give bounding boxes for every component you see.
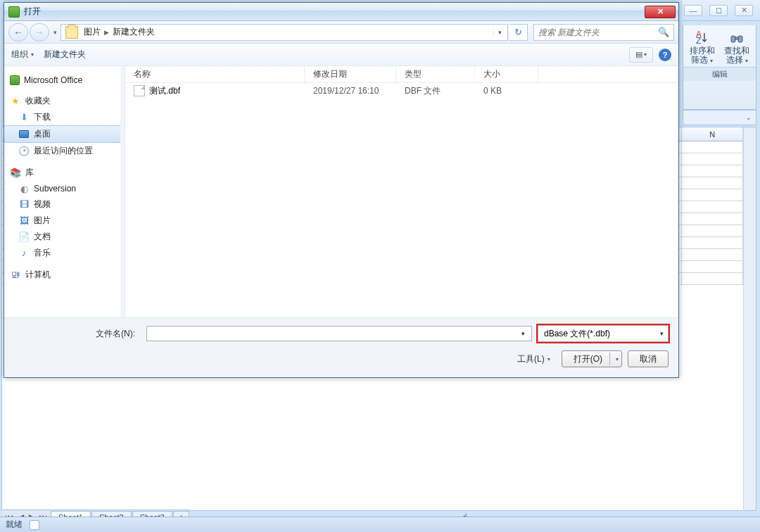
svg-rect-2 (731, 36, 735, 42)
col-type[interactable]: 类型 (396, 66, 475, 82)
address-bar[interactable]: 图片 ▶ 新建文件夹 ▾ (61, 24, 508, 41)
formula-bar-stub: ⌄ (683, 110, 756, 125)
picture-icon: 🖼 (18, 215, 30, 227)
organize-button[interactable]: 组织 ▾ (11, 49, 34, 61)
binoculars-icon (728, 30, 745, 46)
address-dropdown[interactable]: ▾ (493, 29, 506, 36)
file-list-header[interactable]: 名称 修改日期 类型 大小 (125, 66, 678, 83)
sort-label-1: 排序和 (690, 46, 715, 56)
nav-favorites[interactable]: ★收藏夹 (4, 93, 125, 109)
new-folder-button[interactable]: 新建文件夹 (44, 49, 86, 61)
find-label-2: 选择 (726, 55, 743, 65)
filename-label: 文件名(N): (14, 328, 141, 340)
nav-recent[interactable]: 🕑最近访问的位置 (4, 143, 125, 159)
dialog-close-button[interactable]: ✕ (645, 6, 676, 18)
nav-downloads[interactable]: ⬇下载 (4, 109, 125, 125)
status-text: 就绪 (6, 519, 23, 531)
music-icon: ♪ (18, 248, 30, 259)
excel-icon (8, 6, 20, 18)
sort-icon: AZ (694, 30, 711, 46)
svn-icon: ◐ (18, 183, 30, 194)
status-bar: 就绪 (0, 517, 760, 532)
download-icon: ⬇ (18, 112, 30, 123)
sort-label-2: 筛选 (691, 55, 708, 65)
open-dialog: 打开 ✕ ← → ▾ 图片 ▶ 新建文件夹 ▾ ↻ 🔍 组织 ▾ 新建文件夹 ▤… (4, 2, 679, 378)
filter-text: dBase 文件(*.dbf) (544, 328, 610, 340)
nav-music[interactable]: ♪音乐 (4, 245, 125, 261)
nav-videos[interactable]: 🎞视频 (4, 196, 125, 213)
dialog-footer: 文件名(N): ▾ dBase 文件(*.dbf) ▾ 工具(L) ▾ 打开(O… (4, 317, 678, 377)
nav-ms-office[interactable]: Microsoft Office (4, 73, 125, 87)
dialog-nav-bar: ← → ▾ 图片 ▶ 新建文件夹 ▾ ↻ 🔍 (4, 21, 678, 44)
view-mode-button[interactable]: ▤ ▾ (629, 47, 653, 63)
nav-history-dropdown[interactable]: ▾ (51, 29, 59, 36)
document-icon: 📄 (18, 232, 30, 243)
breadcrumb-2[interactable]: 新建文件夹 (110, 26, 158, 38)
dialog-toolbar: 组织 ▾ 新建文件夹 ▤ ▾ ? (4, 44, 678, 66)
find-select-button[interactable]: 查找和选择 ▾ (721, 30, 753, 65)
computer-icon: 🖳 (10, 270, 21, 281)
file-type: DBF 文件 (396, 85, 475, 97)
nav-pane: Microsoft Office ★收藏夹 ⬇下载 桌面 🕑最近访问的位置 📚库… (4, 66, 125, 317)
dialog-help-icon[interactable]: ? (659, 49, 671, 61)
file-name: 测试.dbf (149, 85, 180, 97)
close-button[interactable]: ✕ (735, 5, 753, 16)
tools-button[interactable]: 工具(L) ▾ (517, 353, 550, 365)
file-type-filter[interactable]: dBase 文件(*.dbf) ▾ (538, 325, 669, 342)
open-button[interactable]: 打开(O)▾ (562, 350, 622, 367)
ribbon-editing-group: AZ 排序和筛选 ▾ 查找和选择 ▾ 编辑 (683, 25, 756, 110)
minimize-button[interactable]: — (684, 5, 702, 16)
file-icon (134, 85, 145, 96)
breadcrumb-1[interactable]: 图片 (81, 26, 103, 38)
dialog-titlebar[interactable]: 打开 ✕ (4, 3, 678, 21)
col-date[interactable]: 修改日期 (305, 66, 396, 82)
file-list-pane: 名称 修改日期 类型 大小 测试.dbf 2019/12/27 16:10 DB… (125, 66, 678, 317)
file-size: 0 KB (475, 86, 538, 96)
svg-rect-4 (735, 37, 738, 39)
refresh-button[interactable]: ↻ (509, 24, 528, 41)
search-box[interactable]: 🔍 (533, 24, 674, 41)
nav-back-button[interactable]: ← (8, 23, 28, 42)
svg-rect-3 (738, 36, 742, 42)
cancel-button[interactable]: 取消 (628, 350, 669, 367)
macro-record-icon[interactable] (30, 520, 39, 530)
nav-forward-button[interactable]: → (30, 23, 49, 42)
recent-icon: 🕑 (18, 146, 30, 157)
nav-pictures[interactable]: 🖼图片 (4, 213, 125, 229)
nav-pane-scrollbar[interactable] (120, 66, 125, 317)
desktop-icon (18, 129, 30, 140)
file-date: 2019/12/27 16:10 (305, 86, 396, 96)
nav-computer[interactable]: 🖳计算机 (4, 267, 125, 283)
filename-dropdown[interactable]: ▾ (517, 330, 528, 337)
col-name[interactable]: 名称 (125, 66, 305, 82)
col-size[interactable]: 大小 (475, 66, 538, 82)
nav-desktop[interactable]: 桌面 (4, 125, 125, 143)
ms-office-icon (10, 75, 20, 85)
nav-subversion[interactable]: ◐Subversion (4, 181, 125, 196)
chevron-right-icon[interactable]: ▶ (103, 29, 110, 36)
video-icon: 🎞 (18, 199, 30, 210)
search-icon: 🔍 (658, 27, 669, 37)
chevron-down-icon: ▾ (660, 330, 664, 337)
folder-icon (65, 26, 78, 39)
library-icon: 📚 (10, 167, 21, 179)
vertical-scrollbar[interactable] (743, 127, 756, 510)
sort-filter-button[interactable]: AZ 排序和筛选 ▾ (686, 30, 718, 65)
filename-input[interactable]: ▾ (146, 326, 532, 341)
excel-titlebar: — ◻ ✕ (683, 0, 760, 21)
dialog-title: 打开 (24, 6, 645, 18)
nav-libraries[interactable]: 📚库 (4, 165, 125, 181)
file-list[interactable]: 测试.dbf 2019/12/27 16:10 DBF 文件 0 KB (125, 83, 678, 317)
restore-button[interactable]: ◻ (709, 5, 728, 16)
file-row[interactable]: 测试.dbf 2019/12/27 16:10 DBF 文件 0 KB (125, 83, 678, 99)
search-input[interactable] (538, 27, 658, 37)
ribbon-group-label: 编辑 (683, 67, 756, 81)
star-icon: ★ (10, 96, 21, 107)
find-label-1: 查找和 (724, 46, 749, 56)
nav-documents[interactable]: 📄文档 (4, 229, 125, 245)
svg-text:Z: Z (696, 36, 701, 46)
